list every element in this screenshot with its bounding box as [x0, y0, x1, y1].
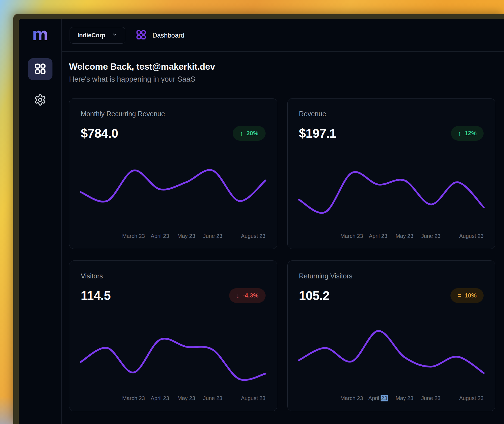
page-title: Dashboard: [153, 32, 184, 39]
main-area: IndieCorp Dashboard: [62, 19, 504, 424]
x-axis-label: March 23: [122, 233, 145, 239]
x-axis-label: April 23: [151, 233, 169, 239]
stats-grid: Monthly Recurring Revenue $784.0 ↑ 20% M…: [69, 98, 495, 411]
metric-value: $197.1: [299, 126, 337, 141]
trend-badge: ↑ 12%: [451, 126, 484, 141]
x-axis-label: May 23: [177, 233, 195, 239]
card-title: Returning Visitors: [299, 272, 484, 280]
welcome-subtitle: Here's what is happening in your SaaS: [69, 75, 495, 84]
line-chart: [81, 165, 266, 223]
x-axis-label: June 23: [421, 233, 440, 239]
line-chart: [81, 327, 266, 385]
topbar: IndieCorp Dashboard: [62, 19, 504, 52]
value-row: 105.2 = 10%: [299, 288, 484, 303]
x-axis-label: June 23: [421, 395, 440, 401]
value-row: 114.5 ↓ -4.3%: [81, 288, 266, 303]
x-axis-label: August 23: [459, 233, 484, 239]
stat-card-visitors: Visitors 114.5 ↓ -4.3% March 23April 23M…: [69, 260, 277, 411]
trend-badge: ↑ 20%: [233, 126, 265, 141]
card-title: Revenue: [299, 110, 484, 118]
equals-icon: =: [458, 292, 461, 299]
grid-icon: [34, 63, 46, 76]
x-axis-label: May 23: [396, 233, 413, 239]
chevron-down-icon: [112, 32, 117, 39]
org-switcher-button[interactable]: IndieCorp: [70, 27, 125, 44]
card-title: Visitors: [81, 272, 266, 280]
sidebar-nav: [28, 58, 52, 111]
x-axis-label: April 23: [369, 233, 387, 239]
x-axis-label: August 23: [241, 233, 265, 239]
arrow-up-icon: ↑: [458, 130, 461, 137]
x-axis-label: March 23: [122, 395, 145, 401]
selected-text: 23: [381, 395, 388, 401]
trend-badge: = 10%: [450, 288, 484, 303]
x-axis-label: August 23: [459, 395, 484, 401]
x-axis-labels: March 23April 23May 23June 23August 23: [81, 395, 266, 402]
arrow-down-icon: ↓: [236, 292, 239, 299]
x-axis-label: May 23: [396, 395, 413, 401]
line-chart: [299, 165, 484, 223]
metric-value: 105.2: [299, 288, 330, 303]
x-axis-label: May 23: [177, 395, 195, 401]
x-axis-labels: March 23April 23May 23June 23August 23: [81, 233, 266, 239]
trend-value: -4.3%: [243, 292, 258, 299]
dashboard-content: Welcome Back, test@makerkit.dev Here's w…: [62, 52, 504, 424]
trend-value: 20%: [246, 130, 258, 137]
welcome-heading: Welcome Back, test@makerkit.dev: [69, 62, 495, 72]
line-chart: [299, 327, 484, 385]
value-row: $197.1 ↑ 12%: [299, 126, 484, 141]
page-breadcrumb: Dashboard: [136, 29, 184, 41]
metric-value: 114.5: [81, 288, 111, 303]
trend-value: 12%: [465, 130, 477, 137]
x-axis-label: April 23: [368, 395, 388, 401]
x-axis-label: April 23: [151, 395, 169, 401]
gear-icon: [34, 94, 46, 107]
macos-window: m: [13, 14, 504, 424]
grid-icon: [136, 29, 147, 41]
trend-value: 10%: [465, 292, 477, 299]
org-switcher-label: IndieCorp: [77, 32, 105, 39]
makerkit-logo[interactable]: m: [32, 25, 48, 43]
x-axis-label: June 23: [203, 233, 222, 239]
sidebar-item-settings[interactable]: [28, 89, 52, 111]
x-axis-label: March 23: [340, 233, 363, 239]
x-axis-label: March 23: [340, 395, 363, 401]
x-axis-label: June 23: [203, 395, 222, 401]
sidebar: m: [19, 19, 62, 424]
value-row: $784.0 ↑ 20%: [81, 126, 266, 141]
app-root: m: [19, 19, 504, 424]
x-axis-label: August 23: [241, 395, 265, 401]
x-axis-labels: March 23April 23May 23June 23August 23: [299, 233, 484, 239]
sidebar-item-dashboard[interactable]: [28, 58, 52, 80]
x-axis-labels: March 23April 23May 23June 23August 23: [299, 395, 484, 402]
stat-card-mrr: Monthly Recurring Revenue $784.0 ↑ 20% M…: [69, 98, 277, 249]
stat-card-revenue: Revenue $197.1 ↑ 12% March 23April 23May…: [287, 98, 496, 249]
card-title: Monthly Recurring Revenue: [81, 110, 266, 118]
arrow-up-icon: ↑: [240, 130, 243, 137]
trend-badge: ↓ -4.3%: [229, 288, 265, 303]
metric-value: $784.0: [81, 126, 118, 141]
stat-card-returning-visitors: Returning Visitors 105.2 = 10% March 23A…: [287, 260, 496, 411]
